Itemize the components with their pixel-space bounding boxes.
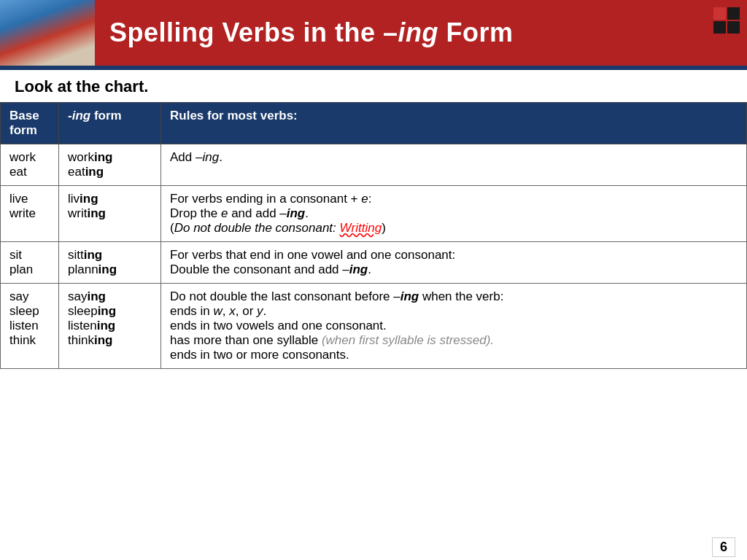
rule-cell: For verbs ending in a consonant + e: Dro…	[161, 186, 747, 242]
header-image	[0, 0, 95, 66]
base-form-cell: sitplan	[1, 242, 59, 284]
rule-cell: Add –ing.	[161, 144, 747, 186]
rule-cell: Do not double the last consonant before …	[161, 284, 747, 369]
table-header-row: Baseform -ing form Rules for most verbs:	[1, 103, 747, 144]
col-header-rule: Rules for most verbs:	[161, 103, 747, 144]
header-title: Spelling Verbs in the –ing Form	[95, 0, 706, 66]
footer: 6	[0, 534, 747, 560]
ing-form-cell: saying sleeping listening thinking	[59, 284, 161, 369]
page-number: 6	[712, 537, 735, 557]
col-header-base: Baseform	[1, 103, 59, 144]
rule-cell: For verbs that end in one vowel and one …	[161, 242, 747, 284]
base-form-cell: saysleeplistenthink	[1, 284, 59, 369]
base-form-cell: workeat	[1, 144, 59, 186]
page-title: Spelling Verbs in the –ing Form	[109, 18, 514, 48]
table-row: workeat working eating Add –ing.	[1, 144, 747, 186]
ing-form-cell: working eating	[59, 144, 161, 186]
ing-form-cell: sitting planning	[59, 242, 161, 284]
col-header-ing: -ing form	[59, 103, 161, 144]
chart-table: Baseform -ing form Rules for most verbs:…	[0, 102, 747, 369]
base-form-cell: livewrite	[1, 186, 59, 242]
table-row: sitplan sitting planning For verbs that …	[1, 242, 747, 284]
subtitle: Look at the chart.	[0, 70, 747, 102]
table-row: saysleeplistenthink saying sleeping list…	[1, 284, 747, 369]
table-row: livewrite living writing For verbs endin…	[1, 186, 747, 242]
grid-icon	[713, 7, 740, 34]
ing-form-cell: living writing	[59, 186, 161, 242]
header: Spelling Verbs in the –ing Form	[0, 0, 747, 66]
